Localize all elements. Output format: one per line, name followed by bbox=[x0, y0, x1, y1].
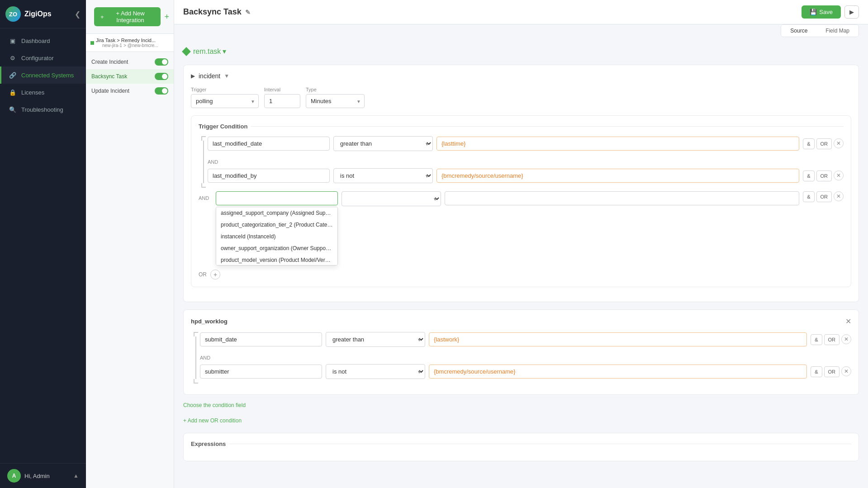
add-new-or-condition-link[interactable]: + Add new OR condition bbox=[183, 417, 242, 424]
sidebar-item-licenses[interactable]: 🔒 Licenses bbox=[0, 84, 86, 101]
chevron-down-icon: ▾ bbox=[223, 47, 226, 56]
interval-field-group: Interval bbox=[264, 87, 300, 108]
trigger-row: Trigger polling Interval Type Min bbox=[191, 87, 851, 108]
trigger-select-wrapper: polling bbox=[191, 94, 259, 108]
toggle-update-incident[interactable] bbox=[155, 87, 168, 95]
operator-btns-1: & OR ✕ bbox=[803, 138, 844, 149]
type-field-group: Type Minutes bbox=[306, 87, 365, 108]
child-op-wrapper-2: greater than is not bbox=[326, 364, 425, 379]
edit-icon[interactable]: ✎ bbox=[245, 9, 251, 16]
save-icon: 💾 bbox=[810, 9, 817, 15]
toggle-backsync-task[interactable] bbox=[155, 73, 168, 80]
status-dot bbox=[90, 41, 94, 45]
top-actions: 💾 Save ▶ bbox=[802, 5, 859, 19]
child-condition-field-2[interactable] bbox=[200, 365, 322, 379]
sidebar-item-troubleshooting[interactable]: 🔍 Troubleshooting bbox=[0, 101, 86, 118]
child-or-btn-1[interactable]: OR bbox=[824, 334, 840, 345]
sidebar-item-dashboard[interactable]: ▣ Dashboard bbox=[0, 32, 86, 49]
sidebar: ZO ZigiOps ❮ ▣ Dashboard ⚙ Configurator … bbox=[0, 0, 86, 488]
incident-label: incident bbox=[199, 72, 220, 80]
or-btn-1[interactable]: OR bbox=[816, 138, 832, 149]
type-label: Type bbox=[306, 87, 365, 92]
and-btn-3[interactable]: & bbox=[803, 191, 814, 202]
child-op-2[interactable]: greater than is not bbox=[326, 364, 425, 379]
child-or-btn-2[interactable]: OR bbox=[824, 366, 840, 377]
child-operator-btns-1: & OR ✕ bbox=[811, 334, 851, 345]
remove-condition-3[interactable]: ✕ bbox=[834, 191, 844, 201]
task-title-area: Backsync Task ✎ bbox=[183, 7, 251, 17]
add-or-condition-btn[interactable]: + bbox=[210, 270, 220, 280]
condition-op-2[interactable]: greater than is not equals bbox=[333, 168, 433, 183]
app-logo: ZO bbox=[5, 6, 21, 22]
condition-field-3-wrapper: assigned_support_company (Assigned Suppo… bbox=[216, 191, 338, 205]
sidebar-item-connected-systems[interactable]: 🔗 Connected Systems bbox=[0, 66, 86, 84]
bracket-bottom bbox=[201, 183, 206, 188]
or-btn-3[interactable]: OR bbox=[816, 191, 832, 202]
child-value-1[interactable] bbox=[429, 332, 807, 346]
remove-condition-2[interactable]: ✕ bbox=[834, 171, 844, 180]
child-op-1[interactable]: greater than is not bbox=[326, 332, 425, 347]
interval-input[interactable] bbox=[264, 94, 300, 108]
bracket-line bbox=[203, 141, 204, 183]
add-new-integration-button[interactable]: + + Add New Integration bbox=[94, 7, 161, 26]
tab-source[interactable]: Source bbox=[781, 25, 816, 37]
child-and-btn-2[interactable]: & bbox=[811, 366, 822, 377]
dropdown-item-1[interactable]: product_categorization_tier_2 (Product C… bbox=[216, 219, 337, 231]
condition-field-1[interactable] bbox=[208, 137, 330, 151]
dropdown-item-4[interactable]: product_model_version (Product Model/Ver… bbox=[216, 254, 337, 265]
choose-condition-link[interactable]: Choose the condition field bbox=[183, 402, 859, 408]
integration-path[interactable]: Jira Task > Remedy Incid... new-jira-1 >… bbox=[86, 34, 174, 52]
trigger-condition-section: Trigger Condition bbox=[191, 115, 851, 287]
child-bracket-top bbox=[194, 332, 198, 336]
condition-field-2[interactable] bbox=[208, 169, 330, 183]
sidebar-item-configurator[interactable]: ⚙ Configurator bbox=[0, 49, 86, 66]
path-text: Jira Task > Remedy Incid... bbox=[96, 38, 158, 43]
sidebar-item-label: Dashboard bbox=[21, 38, 50, 44]
child-value-2[interactable] bbox=[429, 365, 807, 379]
condition-op-wrapper-3: greater than is not bbox=[342, 191, 441, 206]
child-condition-field-1[interactable] bbox=[200, 332, 322, 346]
dropdown-item-2[interactable]: instanceId (InstanceId) bbox=[216, 231, 337, 242]
collapse-icon[interactable]: ❮ bbox=[75, 10, 81, 19]
and-btn-1[interactable]: & bbox=[803, 138, 814, 149]
child-remove-2[interactable]: ✕ bbox=[841, 366, 851, 376]
child-bracket-visual bbox=[191, 332, 198, 384]
child-op-wrapper-1: greater than is not bbox=[326, 332, 425, 347]
condition-op-3[interactable]: greater than is not bbox=[342, 191, 441, 206]
sidebar-logo: ZO ZigiOps ❮ bbox=[0, 0, 86, 28]
type-select[interactable]: Minutes bbox=[306, 94, 365, 108]
add-section-icon[interactable]: + bbox=[164, 12, 169, 22]
chevron-up-icon: ▲ bbox=[73, 473, 79, 479]
and-btn-2[interactable]: & bbox=[803, 171, 814, 181]
task-list: Create Incident Backsync Task Update Inc… bbox=[86, 52, 174, 488]
entity-name[interactable]: rem.task ▾ bbox=[193, 47, 226, 56]
choose-condition-wrapper: Choose the condition field bbox=[183, 402, 859, 408]
child-operator-btns-2: & OR ✕ bbox=[811, 366, 851, 377]
dropdown-item-0[interactable]: assigned_support_company (Assigned Suppo… bbox=[216, 207, 337, 219]
dropdown-item-3[interactable]: owner_support_organization (Owner Suppor… bbox=[216, 242, 337, 254]
incident-toggle[interactable]: ▶ incident ▼ bbox=[191, 72, 851, 80]
remove-condition-1[interactable]: ✕ bbox=[834, 138, 844, 148]
play-button[interactable]: ▶ bbox=[844, 5, 859, 19]
middle-header: + + Add New Integration + bbox=[86, 0, 174, 34]
trigger-select[interactable]: polling bbox=[191, 94, 259, 108]
save-button[interactable]: 💾 Save bbox=[802, 5, 841, 19]
condition-value-2[interactable] bbox=[436, 169, 799, 183]
or-btn-2[interactable]: OR bbox=[816, 171, 832, 181]
child-remove-1[interactable]: ✕ bbox=[841, 334, 851, 344]
tab-field-map[interactable]: Field Map bbox=[816, 25, 859, 37]
close-child-section[interactable]: ✕ bbox=[845, 317, 851, 326]
plus-icon: + bbox=[100, 14, 104, 20]
condition-value-1[interactable] bbox=[436, 137, 799, 151]
condition-op-1[interactable]: greater than is not equals bbox=[333, 136, 433, 151]
user-profile[interactable]: A Hi, Admin ▲ bbox=[0, 463, 86, 488]
lock-icon: 🔒 bbox=[9, 88, 17, 96]
interval-label: Interval bbox=[264, 87, 300, 92]
condition-field-3[interactable] bbox=[216, 191, 338, 205]
toggle-create-incident[interactable] bbox=[155, 58, 168, 66]
child-and-btn-1[interactable]: & bbox=[811, 334, 822, 345]
task-item-create-incident[interactable]: Create Incident bbox=[86, 55, 174, 69]
condition-value-3[interactable] bbox=[445, 191, 799, 205]
task-item-backsync-task[interactable]: Backsync Task bbox=[86, 69, 174, 84]
task-item-update-incident[interactable]: Update Incident bbox=[86, 84, 174, 98]
